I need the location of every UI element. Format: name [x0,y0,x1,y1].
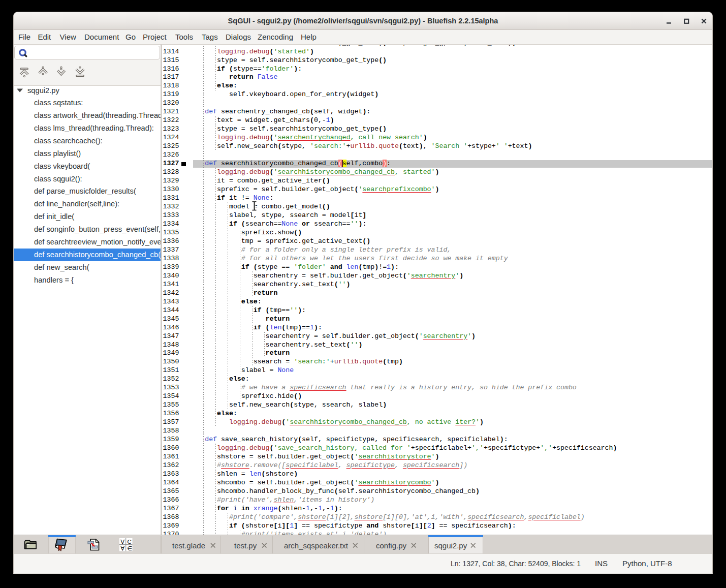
svg-text:∈: ∈ [127,545,132,551]
svg-text:∀: ∀ [120,545,124,551]
svg-text:∀: ∀ [120,538,124,544]
svg-text:C: C [128,538,132,544]
